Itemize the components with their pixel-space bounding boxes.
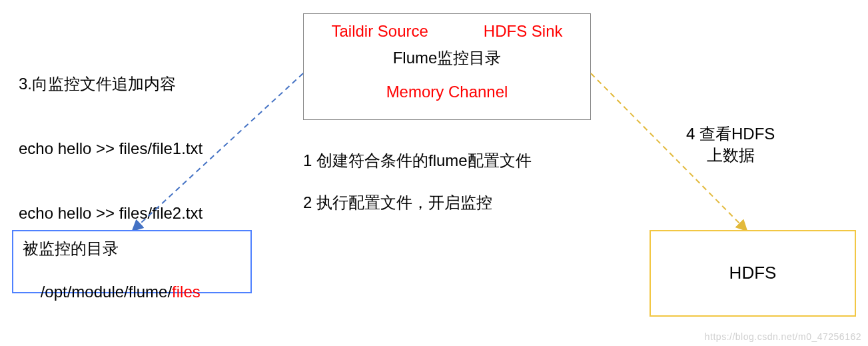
monitored-path-prefix: /opt/module/flume/ — [41, 283, 172, 301]
monitored-title: 被监控的目录 — [23, 238, 241, 259]
step4-line2: 上数据 — [686, 145, 775, 166]
monitored-dir-box: 被监控的目录 /opt/module/flume/files — [12, 230, 252, 293]
hdfs-label: HDFS — [729, 261, 777, 285]
watermark-text: https://blog.csdn.net/m0_47256162 — [705, 331, 861, 343]
step1-text: 1 创建符合条件的flume配置文件 — [303, 150, 532, 171]
step4-line1: 4 查看HDFS — [686, 123, 775, 145]
step4-text: 4 查看HDFS 上数据 — [686, 123, 775, 167]
hdfs-box: HDFS — [650, 230, 856, 317]
monitored-path-highlight: files — [172, 283, 201, 301]
step2-text: 2 执行配置文件，开启监控 — [303, 192, 492, 213]
monitored-path: /opt/module/flume/files — [23, 259, 241, 324]
